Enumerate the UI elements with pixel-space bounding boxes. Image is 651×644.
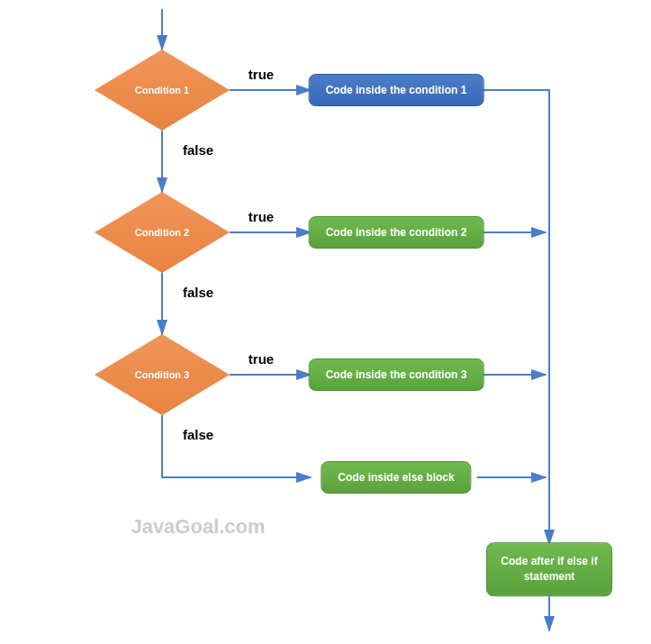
else-block-label: Code inside else block — [338, 471, 454, 484]
condition-2-label: Condition 2 — [135, 227, 190, 238]
edge-c1-false-label: false — [183, 142, 213, 158]
watermark-text: JavaGoal.com — [131, 515, 265, 539]
code-block-2: Code inside the condition 2 — [309, 216, 484, 249]
after-block-label: Code after if else if statement — [501, 555, 597, 583]
condition-3-label: Condition 3 — [135, 369, 190, 380]
condition-2-node: Condition 2 — [95, 192, 230, 273]
code-block-3: Code inside the condition 3 — [309, 358, 484, 391]
edge-c2-true-label: true — [249, 209, 274, 224]
code-block-1: Code inside the condition 1 — [309, 74, 484, 106]
edge-c3-false-label: false — [183, 427, 213, 442]
code-block-1-label: Code inside the condition 1 — [326, 84, 467, 96]
condition-1-label: Condition 1 — [135, 85, 190, 95]
edge-c3-true-label: true — [249, 351, 274, 367]
code-block-2-label: Code inside the condition 2 — [326, 226, 467, 239]
edge-c1-true-label: true — [249, 67, 274, 82]
after-block: Code after if else if statement — [486, 542, 612, 596]
else-block: Code inside else block — [321, 461, 471, 494]
edge-c2-false-label: false — [183, 285, 213, 300]
condition-1-node: Condition 1 — [95, 50, 230, 131]
condition-3-node: Condition 3 — [95, 334, 230, 415]
code-block-3-label: Code inside the condition 3 — [326, 368, 467, 381]
